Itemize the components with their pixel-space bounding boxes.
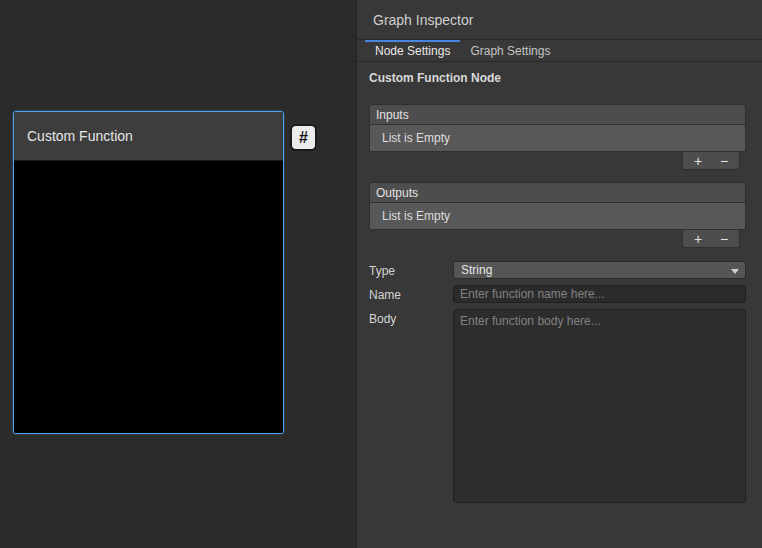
inputs-header-label: Inputs [376, 108, 409, 122]
inputs-remove-button[interactable]: − [713, 154, 735, 168]
outputs-header-label: Outputs [376, 186, 418, 200]
outputs-remove-button[interactable]: − [713, 232, 735, 246]
tab-node-settings[interactable]: Node Settings [365, 40, 460, 61]
outputs-footer-buttons: + − [682, 230, 740, 248]
type-row: Type String [369, 261, 746, 279]
inputs-list-header[interactable]: Inputs [369, 104, 746, 125]
graph-canvas[interactable]: Custom Function # [0, 0, 356, 548]
inputs-list-footer: + − [369, 152, 746, 170]
inputs-empty-text: List is Empty [370, 129, 745, 147]
inspector-title: Graph Inspector [373, 12, 473, 28]
chevron-down-icon [731, 269, 739, 274]
inputs-list-body: List is Empty [369, 125, 746, 152]
type-dropdown-value: String [461, 263, 492, 277]
outputs-list-footer: + − [369, 230, 746, 248]
outputs-add-button[interactable]: + [687, 232, 709, 246]
inputs-list: Inputs List is Empty + − [369, 104, 746, 170]
custom-function-node[interactable]: Custom Function [13, 111, 284, 434]
outputs-list-header[interactable]: Outputs [369, 182, 746, 203]
inspector-tabs: Node Settings Graph Settings [357, 40, 762, 62]
outputs-list-body: List is Empty [369, 203, 746, 230]
tab-graph-settings[interactable]: Graph Settings [460, 40, 560, 61]
graph-inspector-panel: Graph Inspector Node Settings Graph Sett… [356, 0, 762, 548]
outputs-empty-text: List is Empty [370, 207, 745, 225]
body-row: Body [369, 309, 746, 503]
precision-badge-icon[interactable]: # [290, 124, 317, 151]
outputs-list: Outputs List is Empty + − [369, 182, 746, 248]
type-label: Type [369, 261, 453, 278]
inputs-add-button[interactable]: + [687, 154, 709, 168]
node-title-label: Custom Function [27, 128, 133, 144]
section-title: Custom Function Node [369, 71, 750, 85]
function-name-input[interactable] [453, 285, 746, 303]
name-row: Name [369, 285, 746, 303]
node-title: Custom Function [14, 112, 283, 161]
function-body-input[interactable] [453, 309, 746, 503]
inspector-header: Graph Inspector [357, 0, 762, 40]
type-dropdown[interactable]: String [453, 261, 746, 279]
node-preview-area [14, 161, 283, 434]
name-label: Name [369, 285, 453, 302]
body-label: Body [369, 309, 453, 326]
precision-badge-glyph: # [299, 129, 308, 147]
inputs-footer-buttons: + − [682, 152, 740, 170]
